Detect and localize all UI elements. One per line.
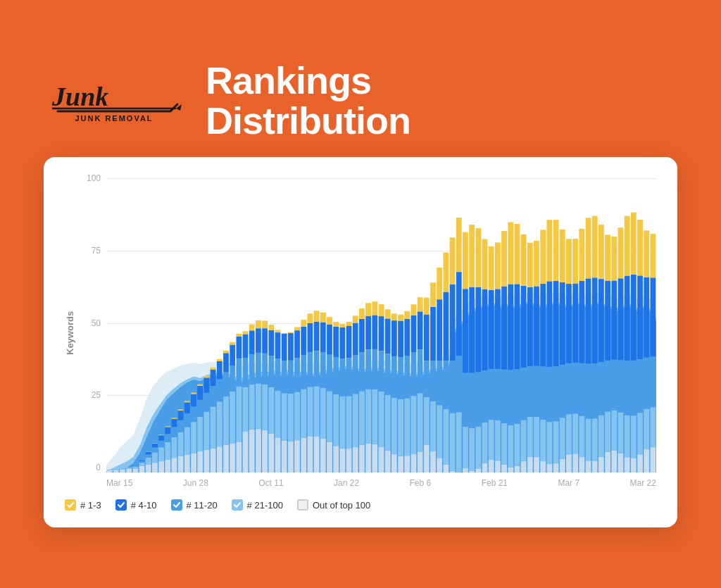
svg-rect-213 xyxy=(391,356,397,398)
svg-rect-301 xyxy=(508,425,513,468)
svg-rect-123 xyxy=(275,358,281,391)
svg-rect-224 xyxy=(404,319,410,356)
svg-rect-352 xyxy=(572,363,578,413)
svg-rect-151 xyxy=(314,437,320,473)
x-label-feb21: Feb 21 xyxy=(482,478,508,488)
svg-rect-244 xyxy=(430,307,436,361)
svg-rect-226 xyxy=(411,454,417,473)
svg-rect-167 xyxy=(333,394,339,446)
svg-rect-371 xyxy=(598,415,604,457)
svg-rect-315 xyxy=(527,457,533,473)
svg-rect-201 xyxy=(379,447,384,473)
svg-rect-408 xyxy=(644,277,649,358)
svg-rect-182 xyxy=(353,394,358,448)
svg-text:Start: Start xyxy=(106,82,160,111)
svg-rect-286 xyxy=(489,420,494,460)
svg-rect-78 xyxy=(217,380,222,402)
svg-rect-281 xyxy=(482,423,488,463)
svg-rect-347 xyxy=(566,363,572,414)
legend-label-11-20: # 11-20 xyxy=(187,500,218,511)
svg-rect-121 xyxy=(275,438,281,473)
svg-rect-390 xyxy=(625,458,630,473)
svg-rect-126 xyxy=(282,441,287,473)
svg-rect-69 xyxy=(204,378,210,393)
svg-rect-63 xyxy=(197,400,203,417)
svg-rect-172 xyxy=(339,396,345,449)
svg-rect-118 xyxy=(268,356,274,387)
svg-rect-51 xyxy=(184,455,190,473)
svg-rect-237 xyxy=(424,397,430,445)
svg-rect-402 xyxy=(637,359,643,413)
logo-area: Junk Start JUNK REMOVAL xyxy=(44,70,184,130)
svg-rect-280 xyxy=(482,463,488,473)
svg-rect-316 xyxy=(527,417,533,457)
svg-rect-291 xyxy=(495,420,501,461)
svg-rect-16 xyxy=(139,466,145,473)
svg-rect-202 xyxy=(379,392,384,447)
chart-container: Keywords 100 75 50 xyxy=(65,178,656,488)
svg-rect-242 xyxy=(430,401,436,451)
svg-rect-411 xyxy=(651,407,656,447)
svg-rect-194 xyxy=(365,316,371,350)
svg-rect-265 xyxy=(463,468,468,473)
svg-rect-40 xyxy=(165,427,170,427)
svg-rect-77 xyxy=(217,401,222,446)
svg-rect-260 xyxy=(450,237,456,284)
svg-rect-85 xyxy=(223,351,229,353)
svg-rect-190 xyxy=(359,308,365,319)
svg-rect-159 xyxy=(320,323,326,352)
svg-rect-342 xyxy=(560,365,565,418)
svg-rect-254 xyxy=(443,292,449,361)
x-label-mar7: Mar 7 xyxy=(558,478,579,488)
svg-rect-303 xyxy=(508,284,513,370)
svg-rect-259 xyxy=(450,284,456,361)
svg-rect-357 xyxy=(579,363,584,416)
svg-rect-130 xyxy=(282,333,287,334)
svg-rect-27 xyxy=(152,453,158,463)
svg-rect-191 xyxy=(365,444,371,473)
svg-rect-356 xyxy=(579,416,584,457)
svg-rect-186 xyxy=(359,445,365,473)
svg-rect-245 xyxy=(430,282,436,307)
y-axis-label: Keywords xyxy=(65,178,75,488)
svg-rect-102 xyxy=(249,384,255,429)
svg-rect-88 xyxy=(230,365,235,392)
svg-rect-164 xyxy=(327,325,332,355)
svg-rect-12 xyxy=(126,469,132,473)
svg-rect-335 xyxy=(553,463,559,473)
svg-rect-353 xyxy=(572,284,578,363)
svg-rect-179 xyxy=(346,326,352,358)
svg-rect-367 xyxy=(592,363,598,418)
svg-rect-161 xyxy=(327,442,332,473)
svg-rect-366 xyxy=(592,418,598,461)
svg-rect-107 xyxy=(256,384,261,429)
svg-rect-354 xyxy=(572,239,578,283)
svg-rect-413 xyxy=(651,277,656,356)
svg-rect-270 xyxy=(469,470,475,473)
svg-rect-163 xyxy=(327,355,332,392)
svg-rect-275 xyxy=(475,468,481,473)
svg-rect-71 xyxy=(211,449,216,473)
svg-rect-103 xyxy=(249,355,255,385)
svg-rect-385 xyxy=(618,453,624,473)
svg-rect-255 xyxy=(443,253,449,292)
legend-checkbox-11-20 xyxy=(171,499,182,511)
svg-rect-8 xyxy=(113,470,119,473)
svg-rect-122 xyxy=(275,391,281,437)
svg-rect-348 xyxy=(566,284,572,363)
svg-rect-114 xyxy=(262,328,268,354)
svg-rect-236 xyxy=(424,445,430,473)
svg-rect-398 xyxy=(631,275,637,361)
svg-rect-68 xyxy=(204,393,210,412)
legend-item-1-3: # 1-3 xyxy=(65,499,101,511)
svg-rect-101 xyxy=(249,430,255,473)
svg-rect-115 xyxy=(262,321,268,329)
svg-rect-26 xyxy=(152,463,158,473)
svg-rect-278 xyxy=(475,287,481,372)
svg-rect-184 xyxy=(353,323,358,356)
logo-svg: Junk Start JUNK REMOVAL xyxy=(44,70,184,130)
svg-rect-65 xyxy=(197,384,203,386)
svg-rect-225 xyxy=(404,311,410,319)
svg-rect-93 xyxy=(236,359,242,387)
svg-rect-92 xyxy=(236,387,242,442)
